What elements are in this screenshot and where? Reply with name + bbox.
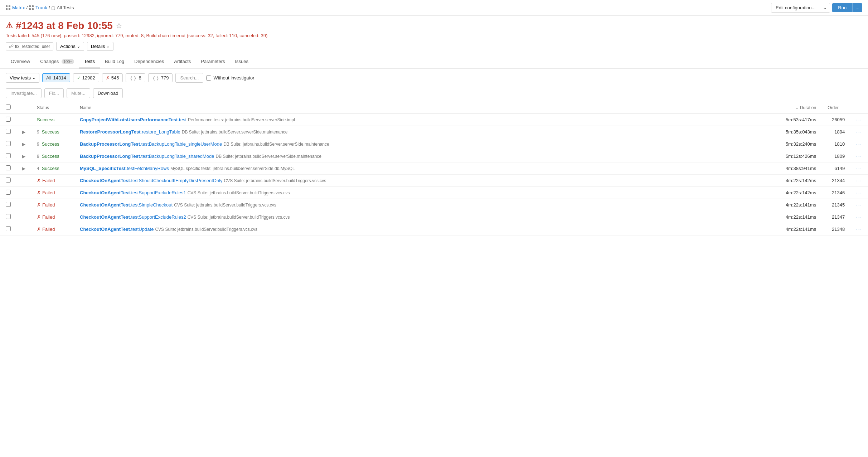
test-class-link[interactable]: CheckoutOnAgentTest	[80, 227, 130, 232]
test-method-link[interactable]: .testSupportExcludeRules2	[130, 214, 186, 220]
tab-build-log[interactable]: Build Log	[100, 55, 129, 68]
test-method-link[interactable]: .testUpdate	[130, 227, 154, 232]
row-checkbox[interactable]	[6, 214, 11, 219]
expand-button[interactable]: ▶	[22, 154, 25, 159]
more-options-button[interactable]: ···	[856, 178, 862, 183]
test-method-link[interactable]: .testBackupLongTable_sharedMode	[140, 154, 214, 159]
expand-button[interactable]: ▶	[22, 166, 25, 171]
test-suite: MySQL specific tests: jetbrains.buildSer…	[170, 166, 295, 171]
tab-artifacts[interactable]: Artifacts	[169, 55, 196, 68]
test-name-cell: CheckoutOnAgentTest.testSimpleCheckoutCV…	[74, 199, 772, 211]
tab-changes[interactable]: Changes 100+	[35, 55, 79, 68]
table-row: ✗FailedCheckoutOnAgentTest.testShouldChe…	[0, 175, 868, 187]
view-tests-label: View tests	[10, 75, 31, 81]
more-options-button[interactable]: ···	[856, 214, 862, 220]
select-all-checkbox[interactable]	[6, 104, 11, 110]
edit-config-dropdown-button[interactable]: ⌄	[820, 3, 830, 12]
pass-check-icon: ✓	[77, 76, 81, 81]
test-method-link[interactable]: .test	[178, 117, 186, 122]
mute-button[interactable]: Mute...	[67, 88, 90, 98]
test-method-link[interactable]: .testBackupLongTable_singleUserMode	[140, 141, 222, 147]
row-checkbox[interactable]	[6, 117, 11, 122]
test-class-link[interactable]: CheckoutOnAgentTest	[80, 202, 130, 208]
test-class-link[interactable]: RestoreProcessorLongTest	[80, 129, 141, 135]
details-button[interactable]: Details ⌄	[87, 42, 114, 51]
more-options-button[interactable]: ···	[856, 166, 862, 171]
fail-x-icon: ✗	[106, 76, 110, 81]
test-method-link[interactable]: .testSupportExcludeRules1	[130, 190, 186, 195]
th-duration[interactable]: ⌄ Duration	[772, 102, 822, 114]
run-button[interactable]: Run	[832, 3, 852, 12]
muted-filter-button[interactable]: ❬❭ 8	[126, 73, 145, 82]
grid-icon-trunk	[29, 5, 34, 10]
edit-config-button[interactable]: Edit configuration...	[771, 3, 820, 12]
row-checkbox[interactable]	[6, 153, 11, 158]
tab-dependencies[interactable]: Dependencies	[129, 55, 169, 68]
actions-button[interactable]: Actions ⌄	[56, 42, 84, 51]
breadcrumb-matrix[interactable]: Matrix	[12, 5, 25, 10]
search-button[interactable]: Search...	[175, 73, 203, 83]
branch-tag[interactable]: ☍ fix_restricted_user	[6, 42, 53, 50]
expand-count: 9	[37, 142, 39, 147]
all-filter-button[interactable]: All 14314	[42, 73, 70, 82]
test-method-link[interactable]: .restore_LongTable	[141, 129, 180, 135]
more-options-button[interactable]: ···	[856, 190, 862, 195]
grid-icon-matrix	[6, 5, 11, 10]
pass-filter-button[interactable]: ✓ 12982	[73, 73, 99, 82]
tab-issues[interactable]: Issues	[230, 55, 253, 68]
test-class-link[interactable]: CheckoutOnAgentTest	[80, 190, 130, 195]
test-class-link[interactable]: CopyProjectWithLotsUsersPerformanceTest	[80, 117, 178, 122]
test-class-link[interactable]: CheckoutOnAgentTest	[80, 178, 130, 183]
row-checkbox[interactable]	[6, 202, 11, 207]
test-method-link[interactable]: .testShouldCheckoutIfEmptyDirsPresentOnl…	[130, 178, 223, 183]
order-value: 6149	[834, 166, 845, 171]
test-class-link[interactable]: CheckoutOnAgentTest	[80, 214, 130, 220]
order-value: 1809	[834, 154, 845, 159]
without-investigator-label[interactable]: Without investigator	[206, 75, 254, 81]
view-tests-button[interactable]: View tests ⌄	[6, 73, 39, 83]
duration-value: 5m:53s:417ms	[786, 117, 816, 122]
fail-filter-button[interactable]: ✗ 545	[102, 73, 123, 82]
row-checkbox[interactable]	[6, 226, 11, 231]
investigate-button[interactable]: Investigate...	[6, 88, 42, 98]
fix-button[interactable]: Fix...	[44, 88, 64, 98]
download-button[interactable]: Download	[93, 88, 123, 98]
row-checkbox[interactable]	[6, 129, 11, 134]
branch-label: fix_restricted_user	[15, 44, 50, 49]
expand-button[interactable]: ▶	[22, 130, 25, 135]
breadcrumb-sep1: /	[26, 5, 28, 10]
table-row: ▶4SuccessMySQL_SpecificTest.testFetchMan…	[0, 162, 868, 175]
more-options-button[interactable]: ···	[856, 141, 862, 147]
breadcrumb-trunk[interactable]: Trunk	[35, 5, 47, 10]
test-class-link[interactable]: BackupProcessorLongTest	[80, 141, 140, 147]
more-options-button[interactable]: ···	[856, 154, 862, 159]
tab-overview[interactable]: Overview	[6, 55, 35, 68]
ignored-filter-button[interactable]: ❬❭ 779	[148, 73, 173, 82]
build-star[interactable]: ☆	[116, 21, 122, 30]
tab-tests[interactable]: Tests	[79, 55, 100, 68]
without-investigator-checkbox[interactable]	[206, 76, 211, 81]
tab-parameters[interactable]: Parameters	[196, 55, 230, 68]
more-options-button[interactable]: ···	[856, 227, 862, 232]
test-suite: CVS Suite: jetbrains.buildServer.buildTr…	[188, 215, 290, 220]
status-badge: Failed	[42, 190, 55, 195]
row-checkbox[interactable]	[6, 141, 11, 146]
th-status: Status	[31, 102, 74, 114]
more-options-button[interactable]: ···	[856, 117, 862, 122]
without-investigator-text: Without investigator	[213, 75, 254, 81]
more-options-button[interactable]: ···	[856, 129, 862, 135]
expand-button[interactable]: ▶	[22, 142, 25, 147]
tests-table-wrapper: Status Name ⌄ Duration Order SuccessCopy…	[0, 102, 868, 235]
run-group: Run ...	[832, 3, 862, 12]
test-method-link[interactable]: .testFetchManyRows	[126, 166, 169, 171]
test-class-link[interactable]: BackupProcessorLongTest	[80, 154, 140, 159]
row-checkbox[interactable]	[6, 178, 11, 183]
row-checkbox[interactable]	[6, 165, 11, 170]
row-checkbox[interactable]	[6, 190, 11, 195]
breadcrumb: Matrix / Trunk / ▢ All Tests	[6, 5, 74, 10]
more-options-button[interactable]: ···	[856, 202, 862, 208]
test-class-link[interactable]: MySQL_SpecificTest	[80, 166, 126, 171]
status-cell: 9Success	[37, 141, 68, 147]
run-more-button[interactable]: ...	[852, 3, 862, 12]
test-method-link[interactable]: .testSimpleCheckout	[130, 202, 173, 208]
